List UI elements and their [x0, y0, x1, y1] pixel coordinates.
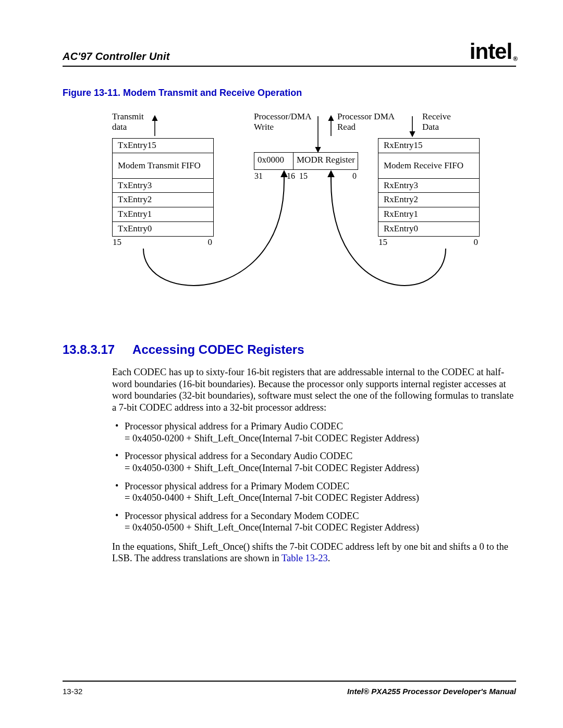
- header-section-title: AC'97 Controller Unit: [63, 51, 170, 63]
- rx-entry-1: RxEntry1: [378, 207, 479, 221]
- list-item: Processor physical address for a Primary…: [112, 421, 516, 444]
- page: AC'97 Controller Unit intel® Figure 13-1…: [0, 0, 563, 728]
- rx-entry-2: RxEntry2: [378, 192, 479, 207]
- modr-right-half: MODR Register: [293, 153, 358, 169]
- section-body: Each CODEC has up to sixty-four 16-bit r…: [112, 366, 516, 564]
- tx-bit-lo: 0: [208, 237, 213, 248]
- processor-write-label: Processor/DMA Write: [254, 112, 312, 132]
- tx-entry-0: TxEntry0: [113, 221, 213, 236]
- list-item: Processor physical address for a Primary…: [112, 480, 516, 504]
- manual-title: Intel® PXA255 Processor Developer's Manu…: [347, 687, 516, 696]
- section-heading: 13.8.3.17 Accessing CODEC Registers: [63, 342, 516, 357]
- rx-bit-hi: 15: [378, 237, 387, 248]
- tx-entry-3: TxEntry3: [113, 178, 213, 193]
- footer-rule: [63, 681, 516, 682]
- modr-register: 0x0000 MODR Register 31 16 15 0: [254, 152, 358, 170]
- tx-entry-1: TxEntry1: [113, 207, 213, 221]
- rx-bit-lo: 0: [474, 237, 479, 248]
- intel-logo-text: intel: [470, 39, 512, 64]
- intel-logo-reg: ®: [513, 55, 517, 63]
- tx-fifo-label: Modem Transmit FIFO: [113, 153, 213, 178]
- tx-entry-2: TxEntry2: [113, 192, 213, 207]
- modr-left-half: 0x0000: [254, 153, 293, 169]
- section-title: Accessing CODEC Registers: [132, 342, 304, 357]
- section-number: 13.8.3.17: [63, 342, 115, 357]
- table-link[interactable]: Table 13-23: [282, 553, 328, 563]
- rx-entry-15: RxEntry15: [378, 139, 479, 153]
- rx-fifo: RxEntry15 Modem Receive FIFO RxEntry3 Rx…: [378, 138, 480, 237]
- figure-caption: Figure 13-11. Modem Transmit and Receive…: [63, 88, 516, 98]
- intel-logo: intel®: [470, 41, 516, 63]
- processor-read-label: Processor DMA Read: [337, 112, 395, 132]
- page-footer: 13-32 Intel® PXA255 Processor Developer'…: [63, 681, 516, 696]
- tx-fifo: TxEntry15 Modem Transmit FIFO TxEntry3 T…: [112, 138, 214, 237]
- page-header: AC'97 Controller Unit intel®: [63, 41, 516, 63]
- list-item: Processor physical address for a Seconda…: [112, 510, 516, 534]
- rx-entry-3: RxEntry3: [378, 178, 479, 193]
- para-intro: Each CODEC has up to sixty-four 16-bit r…: [112, 366, 516, 413]
- tx-bit-hi: 15: [113, 237, 121, 248]
- list-item: Processor physical address for a Seconda…: [112, 450, 516, 474]
- header-rule: [63, 66, 516, 67]
- page-number: 13-32: [63, 687, 82, 696]
- rx-entry-0: RxEntry0: [378, 221, 479, 236]
- codec-address-formulas: Processor physical address for a Primary…: [112, 421, 516, 534]
- tx-entry-15: TxEntry15: [113, 139, 213, 153]
- rx-data-label: Receive Data: [422, 112, 451, 132]
- figure-body: Transmit data Processor/DMA Write Proces…: [112, 113, 498, 322]
- para-closing: In the equations, Shift_Left_Once() shif…: [112, 541, 516, 564]
- rx-fifo-label: Modem Receive FIFO: [378, 153, 479, 178]
- tx-data-label: Transmit data: [112, 112, 144, 132]
